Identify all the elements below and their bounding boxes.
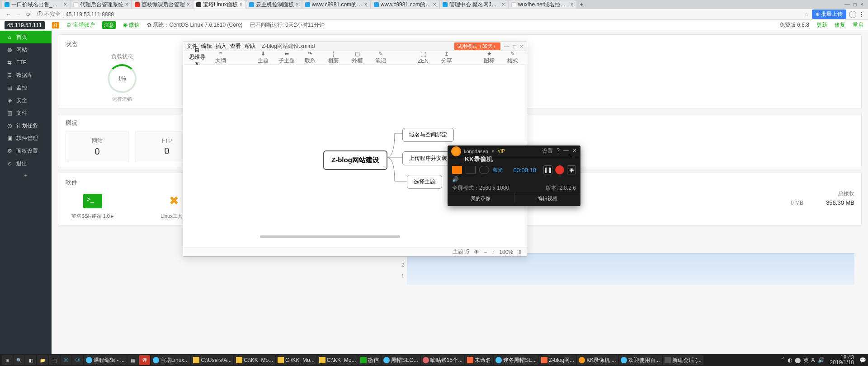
taskbar-app[interactable]: ▦ — [127, 355, 138, 365]
taskbar-app[interactable]: 黑帽SEO... — [382, 355, 420, 365]
edge-icon[interactable]: ⓔ — [61, 355, 71, 365]
tool-share[interactable]: ↥分享 — [436, 51, 457, 65]
close-icon[interactable]: × — [240, 1, 243, 8]
minimize-icon[interactable]: — — [563, 147, 569, 155]
taskbar-app[interactable]: KK录像机 ... — [577, 355, 618, 365]
search-icon[interactable]: 🔍 — [14, 355, 24, 365]
update-link[interactable]: 更新 — [816, 21, 827, 29]
sidebar-item-home[interactable]: ⌂首页 — [0, 31, 52, 43]
taskview-icon[interactable]: ◧ — [25, 355, 36, 365]
tab-outline[interactable]: ≡大纲 — [210, 51, 231, 65]
edit-video-tab[interactable]: 编辑视频 — [514, 193, 581, 203]
help-icon[interactable]: ? — [557, 147, 560, 155]
sidebar-add[interactable]: + — [0, 170, 52, 182]
taskbar-app[interactable]: C:\KK_Mo... — [234, 355, 275, 365]
tool-notes[interactable]: ✎笔记 — [370, 51, 391, 65]
fix-link[interactable]: 修复 — [835, 21, 845, 29]
maximize-icon[interactable]: □ — [513, 43, 516, 50]
tool-boundary[interactable]: ▢外框 — [347, 51, 368, 65]
sidebar-item-files[interactable]: ▥文件 — [0, 107, 52, 119]
notifications-icon[interactable]: 💬 — [859, 357, 866, 363]
mode-game[interactable] — [479, 166, 489, 174]
sidebar-item-monitor[interactable]: ▤监控 — [0, 81, 52, 94]
kk-username[interactable]: kongdasen — [464, 149, 488, 154]
taskbar-app[interactable]: 嘀咕帮15个... — [421, 355, 464, 365]
address-field[interactable]: ⓘ 不安全 | 45.119.53.111:8888 — [37, 10, 804, 18]
taskbar-app[interactable]: 课程编辑 - ... — [84, 355, 127, 365]
close-icon[interactable]: ✕ — [572, 147, 577, 155]
tray-ime[interactable]: 英 — [803, 357, 809, 364]
taskbar-app[interactable]: C:\KK_Mo... — [317, 355, 358, 365]
taskbar-app[interactable]: 未命名 — [465, 355, 493, 365]
browser-tab[interactable]: 管理中心 聚名网Juming.Com-...× — [440, 0, 508, 9]
browser-tab[interactable]: www.c9981.com的综合查询_彩...× — [302, 0, 370, 9]
tool-relation[interactable]: ↷联系 — [300, 51, 321, 65]
mindmap-node[interactable]: 域名与空间绑定 — [402, 128, 454, 142]
restart-link[interactable]: 重启 — [853, 21, 863, 29]
taskbar-app[interactable]: 迷冬黑帽SE... — [494, 355, 538, 365]
browser-tab[interactable]: wuxihe.net域名控制面板V2.0× — [509, 0, 576, 9]
back-icon[interactable]: ← — [5, 11, 12, 18]
horizontal-scrollbar[interactable] — [260, 235, 400, 238]
ext-button[interactable]: ⊕ 批量上传 — [812, 9, 846, 19]
close-icon[interactable]: × — [296, 1, 299, 8]
close-icon[interactable]: × — [433, 1, 436, 8]
record-button[interactable] — [555, 165, 564, 174]
taskbar-app[interactable]: C:\Users\A... — [191, 355, 233, 365]
software-ssh[interactable]: 宝塔SSH终端 1.0 ▸ — [66, 191, 120, 220]
taskbar-app[interactable]: 欢迎使用百... — [619, 355, 662, 365]
chevron-down-icon[interactable]: ▼ — [491, 149, 495, 154]
eye-icon[interactable]: 👁 — [474, 249, 479, 255]
taskbar-app[interactable]: 弹 — [139, 355, 150, 365]
taskbar-app[interactable]: 微信 — [359, 355, 381, 365]
close-icon[interactable]: × — [571, 1, 574, 8]
close-icon[interactable]: × — [64, 1, 67, 8]
explorer-icon[interactable]: 📁 — [37, 355, 48, 365]
menu-help[interactable]: 帮助 — [245, 42, 255, 50]
volume-icon[interactable]: 🔊 — [452, 176, 459, 183]
wechat-link[interactable]: ◉ 微信 — [123, 21, 140, 29]
tool-icons[interactable]: ★图标 — [479, 51, 500, 65]
tool-zen[interactable]: ⛶ZEN — [413, 52, 434, 64]
browser-tab-active[interactable]: 宝塔Linux面板× — [193, 0, 245, 9]
browser-tab[interactable]: 荔枝微课后台管理× — [132, 0, 193, 9]
tray-icon[interactable]: ⬤ — [795, 357, 801, 363]
msg-count[interactable]: 0 — [52, 22, 60, 28]
zoom-out[interactable]: − — [484, 249, 487, 255]
close-icon[interactable]: × — [860, 1, 863, 8]
mindmap-node[interactable]: 选择主题 — [407, 175, 442, 189]
browser-tab[interactable]: 云主机控制面板× — [246, 0, 302, 9]
mindmap-node[interactable]: 上传程序并安装 — [402, 151, 454, 165]
star-icon[interactable]: ☆ — [804, 11, 809, 18]
sidebar-item-logout[interactable]: ⎋退出 — [0, 157, 52, 170]
sidebar-item-ftp[interactable]: ⇆FTP — [0, 56, 52, 69]
tray-icon[interactable]: ◐ — [788, 357, 792, 363]
close-icon[interactable]: × — [364, 1, 368, 8]
tray-chevron-icon[interactable]: ˄ — [782, 357, 785, 363]
tool-summary[interactable]: }概要 — [323, 51, 344, 65]
trial-badge[interactable]: 试用模式（39天） — [454, 42, 500, 50]
zoom-in[interactable]: + — [491, 249, 495, 255]
minimize-icon[interactable]: — — [504, 43, 509, 50]
taskbar-app[interactable]: 新建会话 (... — [663, 355, 703, 365]
my-recordings-tab[interactable]: 我的录像 — [448, 193, 514, 203]
system-clock[interactable]: 18:432019/1/10 — [827, 355, 857, 365]
close-icon[interactable]: × — [502, 1, 505, 8]
tool-format[interactable]: ✎格式 — [502, 51, 523, 65]
account-link[interactable]: ♔ 宝塔账户 — [66, 21, 94, 29]
browser-tab[interactable]: www.c9981.com的百度排名信...× — [371, 0, 439, 9]
tray-volume-icon[interactable]: 🔊 — [818, 357, 825, 363]
menu-view[interactable]: 查看 — [230, 42, 241, 50]
sidebar-item-website[interactable]: ◍网站 — [0, 43, 52, 56]
quality-label[interactable]: 蓝光 — [493, 167, 503, 174]
sidebar-item-software[interactable]: ▣软件管理 — [0, 132, 52, 145]
minimize-icon[interactable]: — — [844, 1, 850, 8]
menu-icon[interactable]: ⋮ — [859, 11, 864, 18]
close-icon[interactable]: × — [520, 43, 523, 50]
sidebar-item-cron[interactable]: ◷计划任务 — [0, 119, 52, 132]
taskbar-app[interactable]: 宝塔Linux... — [151, 355, 191, 365]
mode-fullscreen[interactable] — [452, 166, 462, 174]
sidebar-item-database[interactable]: ⊟数据库 — [0, 69, 52, 81]
browser-tab[interactable]: 一口价域名出售_二手域名购买_× — [2, 0, 70, 9]
pause-button[interactable]: ❚❚ — [543, 165, 552, 174]
